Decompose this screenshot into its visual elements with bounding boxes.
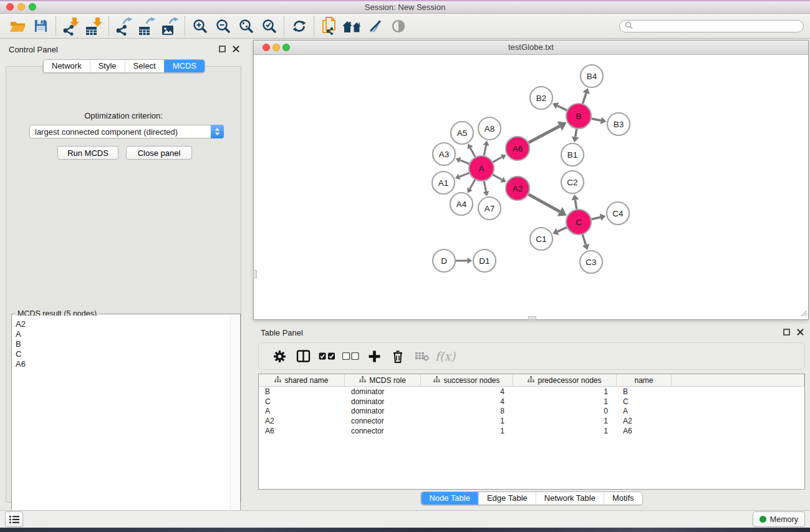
show-hide-icon[interactable] [387, 16, 410, 37]
delete-table-icon[interactable] [410, 346, 433, 367]
result-list-item[interactable]: A2 [16, 319, 230, 329]
table-row[interactable]: Bdominator41B [259, 387, 804, 397]
import-table-icon[interactable] [82, 16, 105, 37]
graph-edge-A-A4[interactable] [470, 180, 475, 189]
table-row[interactable]: Cdominator41C [259, 397, 804, 407]
table-cell: A6 [259, 427, 345, 435]
optimization-criterion-label: Optimization criterion: [6, 111, 241, 120]
toolbar-separator [284, 16, 284, 36]
graph-edge-A-A7[interactable] [484, 181, 486, 191]
result-list-item[interactable]: B [16, 339, 230, 349]
graph-edge-A-A3[interactable] [460, 160, 470, 164]
mcds-result-list[interactable]: A2ABCA6 [12, 316, 230, 528]
tab-network[interactable]: Network [44, 60, 90, 72]
graph-edge-B-B4[interactable] [583, 93, 586, 104]
graph-edge-A-A8[interactable] [484, 145, 486, 155]
show-columns-icon[interactable] [291, 346, 315, 367]
delete-column-trash-icon[interactable] [386, 346, 410, 367]
close-panel-icon[interactable] [797, 328, 804, 337]
apply-layout-icon[interactable] [287, 16, 311, 37]
graph-edge-arrow [483, 191, 489, 196]
import-network-icon[interactable] [59, 16, 82, 37]
result-list-scrollbar[interactable] [230, 315, 239, 528]
graph-edge-A-A5[interactable] [470, 148, 475, 157]
bottom-scroll-handle[interactable] [528, 316, 536, 320]
graph-edge-A-A1[interactable] [460, 173, 470, 177]
first-neighbors-icon[interactable] [340, 16, 364, 37]
graph-edge-C-C1[interactable] [557, 228, 567, 232]
graph-edge-B-B2[interactable] [557, 106, 567, 110]
new-network-from-selection-icon[interactable] [317, 16, 340, 37]
table-cell: connector [345, 417, 421, 425]
table-row[interactable]: A2connector11A2 [259, 416, 804, 426]
result-list-item[interactable]: C [16, 349, 230, 359]
column-header-name[interactable]: name [617, 374, 672, 386]
table-cell: B [617, 387, 672, 396]
memory-label: Memory [770, 515, 798, 524]
export-image-icon[interactable] [158, 16, 181, 37]
graphics-details-icon[interactable] [364, 16, 387, 37]
column-header-successor-nodes[interactable]: successor nodes [421, 374, 513, 386]
graph-edge-C-C2[interactable] [575, 200, 576, 209]
export-network-icon[interactable] [112, 16, 135, 37]
save-session-icon[interactable] [29, 16, 52, 37]
zoom-out-icon[interactable] [211, 16, 234, 37]
table-panel: Table Panel [253, 324, 810, 509]
tab-mcds[interactable]: MCDS [164, 60, 205, 72]
search-box[interactable] [619, 20, 804, 32]
optimization-criterion-select[interactable]: largest connected component (directed) [29, 125, 224, 138]
result-list-item[interactable]: A [16, 329, 230, 339]
network-canvas[interactable]: AA1A2A3A4A5A6A7A8BB1B2B3B4CC1C2C3C4DD1 [254, 55, 808, 319]
create-column-plus-icon[interactable] [362, 346, 386, 367]
export-table-icon[interactable] [135, 16, 158, 37]
graph-edge-B-B3[interactable] [592, 118, 601, 120]
zoom-in-icon[interactable] [188, 16, 211, 37]
float-panel-icon[interactable] [783, 328, 790, 337]
graph-edge-A-A6[interactable] [493, 157, 502, 162]
network-graph[interactable]: AA1A2A3A4A5A6A7A8BB1B2B3B4CC1C2C3C4DD1 [254, 55, 808, 319]
tab-network-table[interactable]: Network Table [536, 492, 604, 505]
tab-select[interactable]: Select [125, 60, 164, 72]
table-cell: dominator [345, 397, 421, 406]
table-row[interactable]: Adominator80A [259, 406, 804, 416]
zoom-selected-icon[interactable] [258, 16, 281, 37]
graph-edge-A-A2[interactable] [493, 175, 502, 180]
node-table[interactable]: shared nameMCDS rolesuccessor nodesprede… [258, 374, 805, 490]
close-panel-icon[interactable] [233, 45, 239, 54]
graph-edge-C-C4[interactable] [591, 217, 600, 219]
deselect-all-check-icon[interactable] [339, 346, 362, 367]
table-row[interactable]: A6connector11A6 [259, 426, 804, 436]
task-history-button[interactable] [5, 511, 23, 527]
control-panel-title: Control Panel [9, 45, 58, 54]
close-panel-button[interactable]: Close panel [126, 146, 192, 160]
open-session-icon[interactable] [6, 16, 29, 37]
graph-edge-arrow [572, 137, 579, 143]
graph-node-label-D: D [441, 256, 447, 266]
column-header-predecessor-nodes[interactable]: predecessor nodes [513, 374, 617, 386]
tab-motifs[interactable]: Motifs [604, 492, 642, 505]
graph-edge-A6-B[interactable] [529, 126, 560, 142]
float-panel-icon[interactable] [219, 45, 226, 54]
left-scroll-handle[interactable] [253, 270, 257, 278]
graph-edge-A2-C[interactable] [529, 195, 560, 212]
function-builder-icon[interactable]: f(x) [433, 346, 457, 367]
table-cell: A2 [617, 417, 672, 425]
result-list-item[interactable]: A6 [16, 359, 230, 369]
search-input[interactable] [636, 21, 798, 31]
select-all-check-icon[interactable] [315, 346, 339, 367]
criterion-selected-value: largest connected component (directed) [30, 127, 211, 137]
memory-button[interactable]: Memory [753, 511, 805, 527]
network-window-titlebar[interactable]: testGlobe.txt [254, 41, 808, 55]
graph-edge-C-C3[interactable] [582, 235, 586, 245]
column-header-shared-name[interactable]: shared name [259, 374, 345, 386]
tab-style[interactable]: Style [90, 60, 125, 72]
graph-edge-arrow [600, 213, 606, 221]
column-header-MCDS-role[interactable]: MCDS role [345, 374, 421, 386]
tab-edge-table[interactable]: Edge Table [478, 492, 536, 505]
tab-node-table[interactable]: Node Table [421, 492, 478, 505]
resize-grip-icon[interactable] [799, 308, 808, 319]
zoom-fit-icon[interactable] [234, 16, 258, 37]
run-mcds-button[interactable]: Run MCDS [57, 146, 118, 160]
graph-edge-B-B1[interactable] [576, 129, 577, 137]
table-options-gear-icon[interactable] [268, 346, 291, 367]
